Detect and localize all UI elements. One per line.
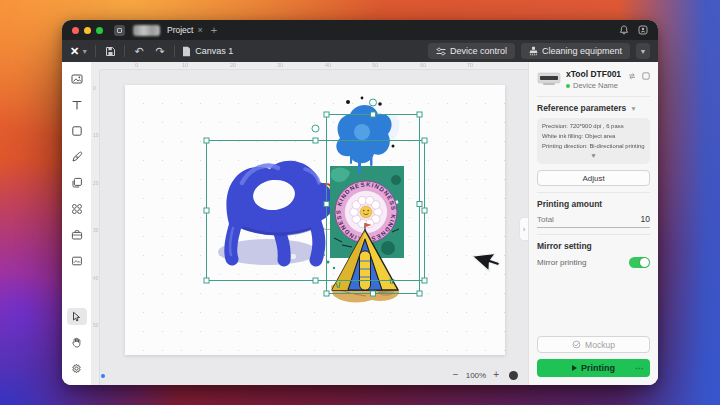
mockup-label: Mockup xyxy=(585,340,615,350)
desktop: { "titlebar": { "active_tab": "Project",… xyxy=(0,0,720,405)
device-detail-icon[interactable] xyxy=(642,72,650,80)
xtool-logo-menu[interactable]: ✕ ▼ xyxy=(70,45,88,58)
printing-button[interactable]: Printing ⋯ xyxy=(537,359,650,377)
hand-tool[interactable] xyxy=(67,334,87,351)
redo-button[interactable]: ↷ xyxy=(153,44,167,58)
switch-device-icon[interactable] xyxy=(628,72,636,80)
new-tab-button[interactable]: + xyxy=(211,24,217,36)
divider xyxy=(537,96,650,97)
xtool-logo: ✕ xyxy=(70,45,79,58)
duplicate-tool[interactable] xyxy=(67,174,87,191)
tab-project-label: Project xyxy=(167,25,193,35)
cleaning-icon xyxy=(529,46,538,56)
device-thumbnail xyxy=(537,71,561,86)
ruler-corner xyxy=(92,62,100,70)
toolbar-divider xyxy=(174,45,175,57)
help-button[interactable] xyxy=(509,371,518,380)
device-row: xTool DTF001 Device Name xyxy=(537,69,650,90)
pen-tool[interactable] xyxy=(67,148,87,165)
panel-spacer xyxy=(537,268,650,336)
frame-tool[interactable] xyxy=(67,252,87,269)
mockup-icon xyxy=(572,340,581,349)
zoom-out-button[interactable]: − xyxy=(453,370,459,380)
param-precision: Precision: 720*900 dpi , 6 pass xyxy=(542,123,645,130)
canvas-switcher-button[interactable]: Canvas 1 xyxy=(182,46,233,57)
tab-project[interactable]: Project × xyxy=(167,25,203,35)
shape-tool[interactable] xyxy=(67,122,87,139)
param-white-ink: White ink filling: Object area xyxy=(542,133,645,140)
device-status-label: Device Name xyxy=(573,81,618,90)
printing-amount-title: Printing amount xyxy=(537,199,650,209)
titlebar: Project × + xyxy=(62,20,658,40)
close-tab-icon[interactable]: × xyxy=(197,25,202,35)
mirror-printing-label: Mirror printing xyxy=(537,258,586,267)
cleaning-equipment-dropdown[interactable]: ▼ xyxy=(636,43,650,59)
import-image-tool[interactable] xyxy=(67,70,87,87)
zoom-window-button[interactable] xyxy=(96,27,103,34)
masked-tab[interactable] xyxy=(133,25,160,36)
canvas-page-indicator xyxy=(101,374,105,378)
zoom-in-button[interactable]: + xyxy=(493,370,499,380)
cleaning-equipment-button[interactable]: Cleaning equipment xyxy=(521,43,630,59)
printing-label: Printing xyxy=(581,363,615,373)
toggle-knob xyxy=(640,258,649,267)
device-control-button[interactable]: Device control xyxy=(428,43,515,59)
device-online-dot xyxy=(566,84,570,88)
artboard[interactable] xyxy=(125,85,505,355)
panel-collapse-button[interactable]: › xyxy=(519,217,528,241)
minimize-window-button[interactable] xyxy=(84,27,91,34)
tool-sidebar xyxy=(62,62,92,385)
mockup-button[interactable]: Mockup xyxy=(537,336,650,353)
document-icon xyxy=(182,46,191,57)
device-name: xTool DTF001 xyxy=(566,69,623,79)
printing-more-icon[interactable]: ⋯ xyxy=(635,364,644,373)
mirror-setting-title: Mirror setting xyxy=(537,241,650,251)
chevron-down-icon: ▼ xyxy=(81,48,88,55)
mirror-printing-toggle[interactable] xyxy=(629,257,650,268)
settings-gear-icon[interactable] xyxy=(67,360,87,377)
total-value[interactable]: 10 xyxy=(641,214,650,224)
app-icon xyxy=(114,25,125,36)
mouse-cursor xyxy=(464,234,502,272)
total-input[interactable]: Total 10 xyxy=(537,214,650,228)
select-tool[interactable] xyxy=(67,308,87,325)
right-panel: xTool DTF001 Device Name Reference param… xyxy=(528,62,658,385)
save-button[interactable] xyxy=(103,44,117,58)
param-direction: Printing direction: Bi-directional print… xyxy=(542,143,645,150)
sliders-icon xyxy=(436,47,446,56)
toolbar-divider xyxy=(95,45,96,57)
parameters-summary-box: Precision: 720*900 dpi , 6 pass White in… xyxy=(537,118,650,164)
materials-tool[interactable] xyxy=(67,226,87,243)
zoom-controls: − 100% + xyxy=(453,370,518,380)
ruler-vertical: 0 10 20 30 40 50 xyxy=(92,70,100,385)
toolbar: ✕ ▼ ↶ ↷ Canvas 1 Device control Cleaning… xyxy=(62,40,658,62)
close-window-button[interactable] xyxy=(72,27,79,34)
notifications-bell-icon[interactable] xyxy=(619,25,629,35)
reference-parameters-title: Reference parameters xyxy=(537,103,626,113)
undo-button[interactable]: ↶ xyxy=(132,44,146,58)
canvas-switcher-label: Canvas 1 xyxy=(195,46,233,56)
canvas-area[interactable]: 0 10 20 30 40 50 60 70 0 10 20 30 40 50 xyxy=(92,62,528,385)
adjust-button[interactable]: Adjust xyxy=(537,170,650,186)
text-tool[interactable] xyxy=(67,96,87,113)
device-control-label: Device control xyxy=(450,46,507,56)
divider xyxy=(537,234,650,235)
toolbar-divider xyxy=(124,45,125,57)
ruler-horizontal: 0 10 20 30 40 50 60 70 xyxy=(100,62,528,70)
cleaning-equipment-label: Cleaning equipment xyxy=(542,46,622,56)
divider xyxy=(537,192,650,193)
zoom-level[interactable]: 100% xyxy=(466,371,486,380)
app-window: Project × + ✕ ▼ ↶ ↷ Canvas 1 xyxy=(62,20,658,385)
expand-parameters-chevron[interactable]: ▼ xyxy=(542,152,645,162)
total-label: Total xyxy=(537,215,554,224)
elements-tool[interactable] xyxy=(67,200,87,217)
chevron-down-icon: ▼ xyxy=(630,105,636,112)
reference-parameters-header[interactable]: Reference parameters ▼ xyxy=(537,103,650,113)
account-icon[interactable] xyxy=(638,25,648,35)
play-icon xyxy=(572,365,577,371)
